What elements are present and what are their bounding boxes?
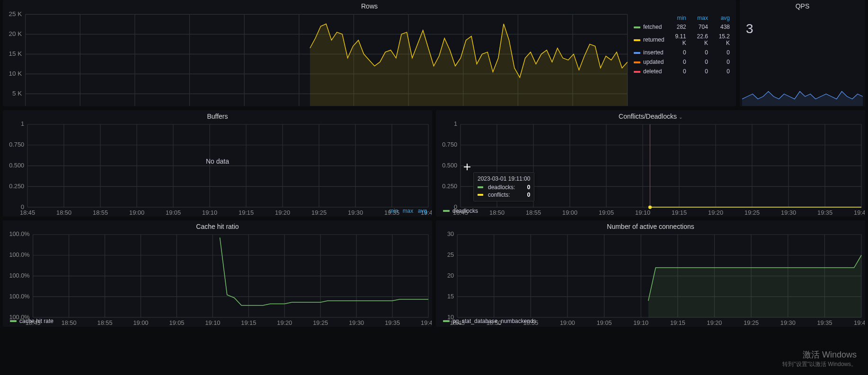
svg-text:19:10: 19:10: [633, 319, 648, 326]
svg-text:19:30: 19:30: [349, 319, 364, 326]
svg-text:5 K: 5 K: [12, 90, 22, 97]
svg-text:1: 1: [21, 121, 24, 127]
svg-text:18:50: 18:50: [56, 209, 71, 216]
svg-text:18:45: 18:45: [20, 209, 35, 216]
svg-text:18:50: 18:50: [489, 209, 505, 216]
svg-text:19:40: 19:40: [854, 319, 865, 326]
svg-text:10 K: 10 K: [9, 70, 22, 77]
cache-plot[interactable]: 100.0%100.0%100.0%100.0%100.0%18:4518:50…: [3, 231, 432, 327]
svg-text:19:40: 19:40: [421, 319, 432, 326]
svg-text:19:25: 19:25: [311, 209, 327, 216]
panel-title: Buffers: [3, 111, 432, 121]
svg-point-106: [648, 206, 652, 209]
svg-text:19:25: 19:25: [313, 319, 328, 326]
legend-row-fetched[interactable]: fetched282704438: [631, 22, 733, 32]
svg-text:19:00: 19:00: [560, 319, 575, 326]
legend-header-avg: avg: [711, 14, 733, 22]
svg-text:18:55: 18:55: [526, 209, 541, 216]
svg-text:19:35: 19:35: [385, 319, 400, 326]
svg-text:19:35: 19:35: [817, 209, 833, 216]
panel-cache[interactable]: Cache hit ratio 100.0%100.0%100.0%100.0%…: [3, 220, 432, 327]
panel-buffers[interactable]: Buffers 00.2500.5000.750118:4518:5018:55…: [3, 110, 432, 217]
svg-text:19:35: 19:35: [817, 319, 832, 326]
svg-text:19:00: 19:00: [133, 319, 149, 326]
legend-item-cache[interactable]: cache hit rate: [10, 318, 53, 324]
svg-text:19:05: 19:05: [166, 209, 181, 216]
legend-header-min: min: [667, 14, 689, 22]
svg-text:0.750: 0.750: [9, 141, 24, 148]
legend-header-max: max: [689, 14, 711, 22]
panel-connections[interactable]: Number of active connections 10152025301…: [436, 220, 865, 327]
svg-text:25 K: 25 K: [9, 11, 22, 17]
svg-text:19:15: 19:15: [670, 319, 685, 326]
svg-text:19:40: 19:40: [854, 209, 865, 216]
stat-max: max: [403, 208, 414, 214]
svg-text:19:30: 19:30: [348, 209, 363, 216]
svg-text:19:10: 19:10: [635, 209, 650, 216]
svg-text:19:25: 19:25: [744, 209, 760, 216]
panel-title: Rows: [3, 0, 735, 11]
buffers-mini-stats: min max avg: [386, 208, 427, 214]
svg-text:20: 20: [447, 272, 454, 279]
svg-text:18:50: 18:50: [62, 319, 77, 326]
rows-plot[interactable]: 05 K10 K15 K20 K25 K18:4518:5018:5519:00…: [3, 11, 631, 106]
svg-text:19:05: 19:05: [597, 319, 612, 326]
svg-text:0.500: 0.500: [442, 162, 457, 169]
legend-row-returned[interactable]: returned9.11 K22.6 K15.2 K: [631, 32, 733, 48]
panel-title[interactable]: Conflicts/Deadlocks⌄: [436, 111, 865, 121]
svg-text:1: 1: [454, 121, 457, 127]
panel-title: QPS: [740, 0, 865, 11]
panel-title: Number of active connections: [436, 221, 865, 231]
stat-min: min: [389, 208, 398, 214]
svg-text:18:55: 18:55: [97, 319, 113, 326]
svg-text:19:30: 19:30: [780, 319, 796, 326]
legend-row-updated[interactable]: updated000: [631, 57, 733, 67]
svg-text:18:55: 18:55: [93, 209, 108, 216]
svg-text:19:20: 19:20: [275, 209, 290, 216]
svg-text:19:25: 19:25: [744, 319, 759, 326]
svg-text:19:20: 19:20: [708, 209, 723, 216]
svg-text:25: 25: [447, 251, 454, 258]
svg-text:19:15: 19:15: [239, 209, 254, 216]
panel-qps[interactable]: QPS 3: [740, 0, 865, 106]
svg-text:19:10: 19:10: [205, 319, 220, 326]
svg-text:19:00: 19:00: [562, 209, 577, 216]
panel-rows[interactable]: Rows 05 K10 K15 K20 K25 K18:4518:5018:55…: [3, 0, 736, 106]
svg-text:0.250: 0.250: [442, 183, 457, 190]
panel-conflicts[interactable]: Conflicts/Deadlocks⌄ 00.2500.5000.750118…: [436, 110, 865, 217]
svg-text:100.0%: 100.0%: [9, 272, 29, 279]
chevron-down-icon[interactable]: ⌄: [679, 114, 682, 120]
svg-text:20 K: 20 K: [9, 30, 22, 37]
connections-plot[interactable]: 101520253018:4518:5018:5519:0019:0519:10…: [436, 231, 865, 327]
svg-text:100.0%: 100.0%: [9, 293, 29, 300]
legend-item-backends[interactable]: pg_stat_database_numbackends: [443, 318, 536, 324]
svg-text:19:10: 19:10: [202, 209, 217, 216]
svg-text:100.0%: 100.0%: [9, 231, 29, 237]
buffers-plot[interactable]: 00.2500.5000.750118:4518:5018:5519:0019:…: [3, 121, 432, 217]
stat-avg: avg: [418, 208, 427, 214]
svg-text:19:30: 19:30: [781, 209, 796, 216]
svg-text:19:15: 19:15: [672, 209, 687, 216]
conflicts-plot[interactable]: 00.2500.5000.750118:4518:5018:5519:0019:…: [436, 121, 865, 217]
svg-text:19:20: 19:20: [277, 319, 292, 326]
legend-row-inserted[interactable]: inserted000: [631, 48, 733, 57]
panel-title: Cache hit ratio: [3, 221, 432, 231]
svg-text:15: 15: [447, 293, 454, 300]
svg-text:30: 30: [447, 231, 454, 237]
svg-text:19:00: 19:00: [129, 209, 144, 216]
svg-text:19:20: 19:20: [707, 319, 722, 326]
rows-legend[interactable]: min max avg fetched282704438returned9.11…: [631, 11, 735, 106]
legend-row-deleted[interactable]: deleted000: [631, 67, 733, 76]
svg-text:19:05: 19:05: [169, 319, 184, 326]
svg-text:0.250: 0.250: [9, 183, 24, 190]
no-data-label: No data: [3, 157, 432, 165]
svg-text:0.750: 0.750: [442, 141, 457, 148]
qps-value: 3: [746, 21, 865, 36]
svg-text:100.0%: 100.0%: [9, 251, 29, 258]
legend-item-deadlocks[interactable]: deadlocks: [443, 208, 478, 214]
svg-text:15 K: 15 K: [9, 50, 22, 57]
svg-text:19:05: 19:05: [599, 209, 614, 216]
svg-text:19:15: 19:15: [241, 319, 256, 326]
